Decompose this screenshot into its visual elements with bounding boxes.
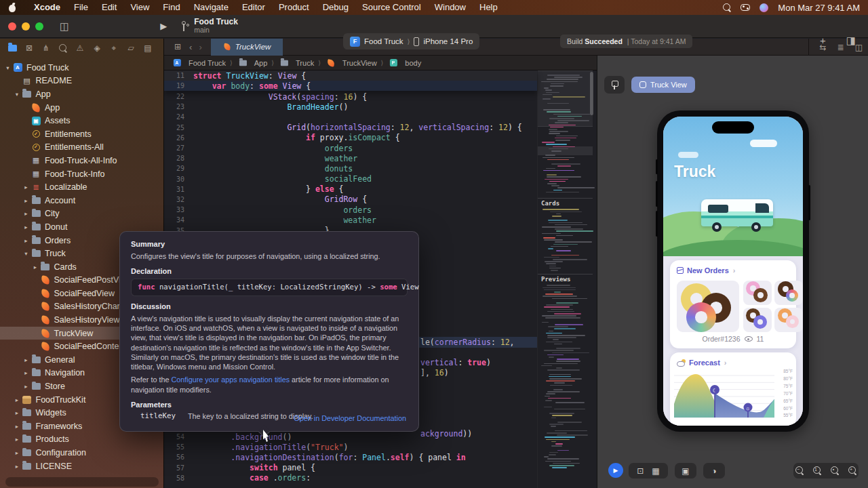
- menu-xcode[interactable]: Xcode: [27, 0, 67, 15]
- minimize-window-button[interactable]: [22, 22, 30, 30]
- disclosure-closed-icon[interactable]: ▸: [22, 369, 30, 376]
- breadcrumb-truckview[interactable]: TruckView: [325, 58, 377, 67]
- selectable-mode-icon[interactable]: ⊡: [637, 466, 644, 476]
- editor-minimap[interactable]: Cards Previews: [537, 70, 593, 488]
- disclosure-open-icon[interactable]: ▾: [22, 250, 30, 257]
- code-line-58[interactable]: 58case .orders:: [164, 473, 537, 483]
- jump-bar[interactable]: AFood Truck⟩App⟩Truck⟩TruckView⟩Pbody: [164, 56, 597, 70]
- sidebar-item-entitlements[interactable]: ✓Entitlements: [0, 127, 163, 141]
- code-line-56[interactable]: 56.navigationDestination(for: Panel.self…: [164, 452, 537, 462]
- donut-tile-small[interactable]: [743, 308, 772, 332]
- menu-file[interactable]: File: [67, 0, 95, 15]
- disclosure-closed-icon[interactable]: ▸: [22, 184, 30, 190]
- code-line-34[interactable]: 34weather: [164, 215, 537, 225]
- navigation-titles-link[interactable]: Configure your apps navigation titles: [171, 375, 290, 384]
- app-screen[interactable]: Truck New Orders ›: [663, 117, 803, 426]
- run-button[interactable]: ▶: [155, 18, 172, 34]
- related-items-icon[interactable]: ⊞: [170, 42, 186, 52]
- sidebar-item-readme[interactable]: ▤README: [0, 75, 163, 88]
- device-settings-icon[interactable]: ▣: [682, 466, 689, 476]
- zoom-window-button[interactable]: [35, 22, 43, 30]
- sidebar-item-configuration[interactable]: ▸Configuration: [0, 446, 163, 460]
- run-destination[interactable]: iPhone 14 Pro: [423, 37, 473, 45]
- sidebar-item-food-truck-all-info[interactable]: ▦Food-Truck-All-Info: [0, 154, 163, 167]
- code-line-29[interactable]: 29donuts: [164, 163, 537, 174]
- code-line-19[interactable]: 19var body: some View {: [164, 81, 537, 91]
- disclosure-closed-icon[interactable]: ▸: [14, 396, 21, 403]
- code-line-24[interactable]: 24: [164, 112, 537, 122]
- disclosure-closed-icon[interactable]: ▸: [22, 383, 30, 390]
- tab-truckview[interactable]: TruckView: [211, 39, 283, 56]
- sidebar-item-entitlements-all[interactable]: ✓Entitlements-All: [0, 141, 163, 155]
- menu-find[interactable]: Find: [156, 0, 186, 15]
- code-line-31[interactable]: 31} else {: [164, 184, 537, 195]
- code-line-28[interactable]: 28weather: [164, 153, 537, 163]
- menu-help[interactable]: Help: [473, 0, 505, 15]
- code-line-25[interactable]: 25Grid(horizontalSpacing: 12, verticalSp…: [164, 123, 537, 133]
- disclosure-open-icon[interactable]: ▾: [4, 64, 12, 71]
- find-navigator-icon[interactable]: [56, 42, 70, 54]
- code-line-30[interactable]: 30socialFeed: [164, 174, 537, 184]
- disclosure-closed-icon[interactable]: ▸: [14, 409, 21, 416]
- menu-bar-clock[interactable]: Mon Mar 27 9:41 AM: [778, 3, 860, 13]
- disclosure-closed-icon[interactable]: ▸: [14, 449, 21, 456]
- menu-view[interactable]: View: [123, 0, 156, 15]
- menu-product[interactable]: Product: [272, 0, 316, 15]
- code-line-57[interactable]: 57switch panel {: [164, 463, 537, 473]
- test-navigator-icon[interactable]: ◈: [90, 42, 104, 54]
- disclosure-closed-icon[interactable]: ▸: [22, 224, 30, 230]
- sidebar-item-products[interactable]: ▸Products: [0, 433, 163, 447]
- donut-tile-small[interactable]: [774, 281, 803, 305]
- breadcrumb-truck[interactable]: Truck: [278, 58, 314, 67]
- sidebar-item-app[interactable]: ▾App: [0, 87, 163, 101]
- disclosure-closed-icon[interactable]: ▸: [14, 463, 21, 470]
- forward-button[interactable]: ›: [195, 42, 205, 52]
- debug-navigator-icon[interactable]: ⌖: [107, 42, 121, 54]
- scheme-name[interactable]: Food Truck: [364, 37, 403, 45]
- sidebar-item-license[interactable]: ▸LICENSE: [0, 460, 163, 473]
- forecast-card[interactable]: Forecast ›: [670, 352, 796, 426]
- siri-icon[interactable]: [760, 3, 768, 12]
- disclosure-closed-icon[interactable]: ▸: [22, 210, 30, 217]
- menu-edit[interactable]: Edit: [95, 0, 123, 15]
- code-line-27[interactable]: 27orders: [164, 143, 537, 153]
- symbol-navigator-icon[interactable]: ⋔: [39, 42, 53, 54]
- code-line-54[interactable]: 54.background(): [164, 432, 537, 442]
- sidebar-item-food-truck-info[interactable]: ▦Food-Truck-Info: [0, 167, 163, 181]
- spotlight-icon[interactable]: [723, 3, 731, 12]
- breakpoint-navigator-icon[interactable]: ▱: [124, 42, 138, 54]
- disclosure-closed-icon[interactable]: ▸: [32, 264, 39, 270]
- new-orders-card[interactable]: New Orders › Order#1236 11: [670, 260, 796, 348]
- variants-mode-icon[interactable]: ▦: [652, 466, 659, 476]
- code-line-22[interactable]: 22VStack(spacing: 16) {: [164, 92, 537, 102]
- issue-navigator-icon[interactable]: ⚠: [73, 42, 87, 54]
- color-scheme-icon[interactable]: ◑: [711, 466, 716, 476]
- menu-window[interactable]: Window: [428, 0, 473, 15]
- scheme-selector[interactable]: F Food Truck ⟩ iPhone 14 Pro: [343, 33, 479, 49]
- editor-scrollbar[interactable]: [590, 72, 593, 115]
- navigator-filter-field[interactable]: [5, 477, 159, 487]
- breadcrumb-food-truck[interactable]: AFood Truck: [171, 58, 226, 67]
- pin-preview-button[interactable]: [604, 76, 625, 94]
- apple-menu-icon[interactable]: [8, 3, 16, 12]
- disclosure-closed-icon[interactable]: ▸: [22, 237, 30, 244]
- project-navigator-icon[interactable]: [5, 42, 19, 54]
- source-control-navigator-icon[interactable]: ⊠: [22, 42, 36, 54]
- sidebar-item-localizable[interactable]: ▸≣Localizable: [0, 180, 163, 194]
- back-button[interactable]: ‹: [186, 42, 195, 52]
- menu-debug[interactable]: Debug: [316, 0, 355, 15]
- zoom-out-icon[interactable]: −: [795, 466, 804, 475]
- live-preview-button[interactable]: ▶: [608, 463, 623, 478]
- code-line-11[interactable]: 11struct TruckView: View {: [164, 70, 537, 81]
- donut-tile-small[interactable]: [774, 308, 803, 332]
- donut-tile-large[interactable]: [677, 281, 739, 332]
- menu-navigate[interactable]: Navigate: [187, 0, 235, 15]
- zoom-fit-icon[interactable]: ▪: [831, 466, 840, 475]
- code-line-32[interactable]: 32GridRow {: [164, 195, 537, 205]
- sidebar-item-city[interactable]: ▸City: [0, 207, 163, 221]
- library-add-button[interactable]: +: [814, 33, 831, 48]
- code-line-33[interactable]: 33orders: [164, 205, 537, 215]
- disclosure-closed-icon[interactable]: ▸: [22, 197, 30, 204]
- sidebar-item-app[interactable]: App: [0, 101, 163, 115]
- code-line-26[interactable]: 26if proxy.isCompact {: [164, 133, 537, 143]
